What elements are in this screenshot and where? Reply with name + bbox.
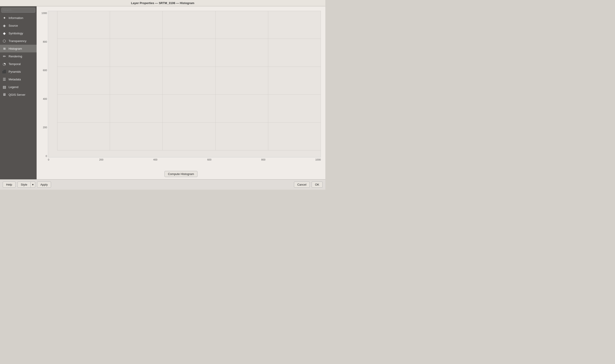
apply-button[interactable]: Apply	[37, 182, 51, 188]
y-axis-label: 200	[39, 126, 47, 129]
sidebar-label-qgis-server: QGIS Server	[9, 93, 25, 96]
sidebar-label-legend: Legend	[9, 85, 18, 89]
x-axis-label: 1000	[315, 158, 321, 161]
legend-icon: ▤	[2, 84, 7, 90]
chart-container: 02004006008001000 02004006008001000	[39, 11, 321, 164]
style-button-group: Style ▾	[17, 182, 35, 188]
style-dropdown-button[interactable]: ▾	[31, 182, 35, 188]
symbology-icon: ◆	[2, 31, 7, 36]
bottom-bar: Help Style ▾ Apply Cancel OK	[0, 179, 325, 190]
sidebar-item-pyramids[interactable]: ⬛Pyramids	[0, 68, 37, 75]
style-dropdown-icon: ▾	[32, 183, 34, 186]
histogram-icon: ≋	[2, 46, 7, 51]
sidebar-item-histogram[interactable]: ≋Histogram	[0, 45, 37, 52]
y-axis: 02004006008001000	[39, 11, 48, 157]
y-axis-label: 0	[39, 155, 47, 157]
sidebar: ✦Information◈Source◆Symbology⬡Transparen…	[0, 6, 37, 179]
sidebar-label-temporal: Temporal	[9, 62, 21, 66]
x-axis-label: 400	[153, 158, 157, 161]
sidebar-item-information[interactable]: ✦Information	[0, 14, 37, 22]
compute-histogram-label: Compute Histogram	[168, 172, 194, 176]
qgis-server-icon: 🖥	[2, 92, 7, 97]
grid-line-horizontal	[57, 150, 321, 150]
chart-canvas	[48, 11, 321, 157]
grid-line-vertical	[215, 11, 215, 150]
x-axis-label: 600	[207, 158, 211, 161]
sidebar-label-information: Information	[9, 16, 23, 20]
help-button[interactable]: Help	[3, 182, 16, 188]
x-axis-label: 0	[48, 158, 49, 161]
style-button[interactable]: Style	[17, 182, 31, 188]
y-axis-label: 1000	[39, 12, 47, 14]
titlebar-text: Layer Properties — SRTM_3106 — Histogram	[131, 1, 194, 5]
sidebar-label-rendering: Rendering	[9, 55, 22, 58]
cancel-button[interactable]: Cancel	[294, 182, 310, 188]
y-axis-label: 600	[39, 69, 47, 72]
search-input[interactable]	[1, 8, 35, 13]
source-icon: ◈	[2, 23, 7, 28]
information-icon: ✦	[2, 15, 7, 20]
grid-line-vertical	[110, 11, 110, 150]
content-area: 02004006008001000 02004006008001000 Comp…	[37, 6, 325, 179]
help-label: Help	[6, 183, 12, 186]
sidebar-item-rendering[interactable]: ✏Rendering	[0, 52, 37, 60]
compute-btn-area: Compute Histogram	[37, 166, 325, 179]
metadata-icon: ☰	[2, 77, 7, 82]
sidebar-item-transparency[interactable]: ⬡Transparency	[0, 37, 37, 45]
grid-line-horizontal	[57, 122, 321, 123]
x-axis-label: 800	[261, 158, 265, 161]
rendering-icon: ✏	[2, 54, 7, 59]
bottom-right-buttons: Cancel OK	[294, 182, 323, 188]
sidebar-item-legend[interactable]: ▤Legend	[0, 83, 37, 91]
grid-line-vertical	[57, 11, 57, 150]
grid-line-vertical	[321, 11, 321, 150]
sidebar-item-qgis-server[interactable]: 🖥QGIS Server	[0, 91, 37, 98]
ok-label: OK	[315, 183, 319, 186]
style-label: Style	[21, 183, 27, 186]
y-axis-label: 800	[39, 40, 47, 43]
sidebar-item-source[interactable]: ◈Source	[0, 22, 37, 29]
sidebar-item-symbology[interactable]: ◆Symbology	[0, 29, 37, 37]
ok-button[interactable]: OK	[312, 182, 323, 188]
sidebar-label-histogram: Histogram	[9, 47, 22, 50]
compute-histogram-button[interactable]: Compute Histogram	[164, 171, 198, 177]
x-axis-label: 200	[99, 158, 103, 161]
grid-line-horizontal	[57, 94, 321, 95]
cancel-label: Cancel	[297, 183, 306, 186]
sidebar-item-temporal[interactable]: ◔Temporal	[0, 60, 37, 68]
sidebar-label-transparency: Transparency	[9, 39, 27, 43]
sidebar-label-pyramids: Pyramids	[9, 70, 21, 73]
sidebar-item-metadata[interactable]: ☰Metadata	[0, 75, 37, 83]
grid-lines	[57, 11, 321, 150]
apply-label: Apply	[40, 183, 48, 186]
x-axis: 02004006008001000	[48, 157, 321, 164]
y-axis-label: 400	[39, 98, 47, 100]
pyramids-icon: ⬛	[2, 69, 7, 74]
grid-line-vertical	[268, 11, 268, 150]
chart-area: 02004006008001000 02004006008001000	[37, 6, 325, 166]
temporal-icon: ◔	[2, 61, 7, 66]
titlebar: Layer Properties — SRTM_3106 — Histogram	[0, 0, 325, 6]
grid-line-vertical	[162, 11, 163, 150]
sidebar-label-symbology: Symbology	[9, 32, 23, 35]
transparency-icon: ⬡	[2, 39, 7, 43]
sidebar-label-source: Source	[9, 24, 18, 27]
grid-line-horizontal	[57, 39, 321, 39]
grid-line-horizontal	[57, 11, 321, 11]
sidebar-label-metadata: Metadata	[9, 78, 21, 81]
